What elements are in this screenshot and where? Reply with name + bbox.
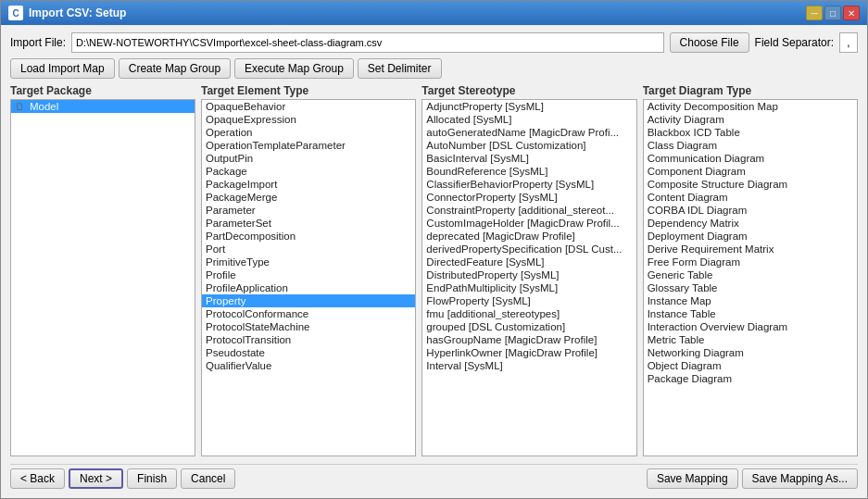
toolbar-row: Load Import Map Create Map Group Execute… — [10, 58, 858, 79]
list-item[interactable]: DistributedProperty [SysML] — [422, 268, 635, 281]
import-file-label: Import File: — [10, 36, 66, 49]
target-package-list[interactable]: 🗋Model — [10, 99, 195, 456]
next-button[interactable]: Next > — [69, 468, 123, 489]
list-item[interactable]: deprecated [MagicDraw Profile] — [422, 230, 635, 243]
list-item[interactable]: Parameter — [202, 204, 415, 217]
close-button[interactable]: ✕ — [843, 6, 860, 20]
list-item[interactable]: Activity Decomposition Map — [644, 100, 857, 113]
target-element-panel: Target Element Type OpaqueBehaviorOpaque… — [201, 84, 416, 456]
list-item[interactable]: Free Form Diagram — [644, 256, 857, 268]
list-item[interactable]: Activity Diagram — [644, 113, 857, 126]
bottom-row: < Back Next > Finish Cancel Save Mapping… — [10, 464, 858, 491]
list-item[interactable]: FlowProperty [SysML] — [422, 294, 635, 307]
list-item[interactable]: Object Diagram — [644, 359, 857, 372]
target-stereotype-header: Target Stereotype — [421, 84, 636, 97]
list-item[interactable]: Communication Diagram — [644, 152, 857, 165]
import-file-row: Import File: Choose File Field Separator… — [10, 32, 858, 53]
finish-button[interactable]: Finish — [127, 468, 177, 489]
list-item[interactable]: Interval [SysML] — [422, 359, 635, 372]
list-item[interactable]: hasGroupName [MagicDraw Profile] — [422, 333, 635, 346]
window-title: Import CSV: Setup — [29, 6, 126, 19]
list-item[interactable]: ConnectorProperty [SysML] — [422, 191, 635, 204]
target-element-header: Target Element Type — [201, 84, 416, 97]
list-item[interactable]: AdjunctProperty [SysML] — [422, 100, 635, 113]
list-item[interactable]: Allocated [SysML] — [422, 113, 635, 126]
list-item[interactable]: Pseudostate — [202, 346, 415, 359]
list-item[interactable]: OperationTemplateParameter — [202, 139, 415, 152]
list-item[interactable]: PackageMerge — [202, 191, 415, 204]
main-window: C Import CSV: Setup ─ □ ✕ Import File: C… — [0, 0, 868, 499]
list-item[interactable]: EndPathMultiplicity [SysML] — [422, 281, 635, 294]
page-icon: 🗋 — [15, 101, 28, 112]
list-item[interactable]: AutoNumber [DSL Customization] — [422, 139, 635, 152]
back-button[interactable]: < Back — [10, 468, 65, 489]
list-item[interactable]: Derive Requirement Matrix — [644, 243, 857, 256]
list-item[interactable]: Blackbox ICD Table — [644, 126, 857, 139]
list-item[interactable]: Networking Diagram — [644, 346, 857, 359]
list-item[interactable]: Profile — [202, 268, 415, 281]
list-item[interactable]: Deployment Diagram — [644, 230, 857, 243]
list-item[interactable]: PackageImport — [202, 178, 415, 191]
target-stereotype-list[interactable]: AdjunctProperty [SysML]Allocated [SysML]… — [421, 99, 636, 456]
list-item[interactable]: Instance Map — [644, 294, 857, 307]
choose-file-button[interactable]: Choose File — [670, 32, 749, 53]
list-item[interactable]: Package — [202, 165, 415, 178]
list-item[interactable]: ConstraintProperty [additional_stereot..… — [422, 204, 635, 217]
target-package-panel: Target Package 🗋Model — [10, 84, 195, 456]
list-item[interactable]: ClassifierBehaviorProperty [SysML] — [422, 178, 635, 191]
target-diagram-list[interactable]: Activity Decomposition MapActivity Diagr… — [643, 99, 858, 456]
list-item[interactable]: Component Diagram — [644, 165, 857, 178]
list-item[interactable]: Instance Table — [644, 307, 857, 320]
list-item[interactable]: ProtocolStateMachine — [202, 320, 415, 333]
list-item[interactable]: Package Diagram — [644, 372, 857, 385]
create-map-group-button[interactable]: Create Map Group — [119, 58, 231, 79]
execute-map-group-button[interactable]: Execute Map Group — [234, 58, 354, 79]
list-item[interactable]: ParameterSet — [202, 217, 415, 230]
list-item[interactable]: ProfileApplication — [202, 281, 415, 294]
target-diagram-panel: Target Diagram Type Activity Decompositi… — [643, 84, 858, 456]
field-separator-label: Field Separator: — [755, 36, 834, 49]
list-item[interactable]: Class Diagram — [644, 139, 857, 152]
list-item[interactable]: Dependency Matrix — [644, 217, 857, 230]
list-item[interactable]: 🗋Model — [11, 100, 195, 113]
list-item[interactable]: OpaqueBehavior — [202, 100, 415, 113]
cancel-button[interactable]: Cancel — [181, 468, 235, 489]
save-mapping-button[interactable]: Save Mapping — [647, 468, 738, 489]
list-item[interactable]: ProtocolConformance — [202, 307, 415, 320]
list-item[interactable]: OutputPin — [202, 152, 415, 165]
maximize-button[interactable]: □ — [824, 6, 841, 20]
list-item[interactable]: Generic Table — [644, 268, 857, 281]
target-package-header: Target Package — [10, 84, 195, 97]
list-item[interactable]: Property — [202, 294, 415, 307]
list-item[interactable]: Metric Table — [644, 333, 857, 346]
set-delimiter-button[interactable]: Set Delimiter — [358, 58, 442, 79]
list-item[interactable]: PrimitiveType — [202, 256, 415, 268]
list-item[interactable]: fmu [additional_stereotypes] — [422, 307, 635, 320]
list-item[interactable]: HyperlinkOwner [MagicDraw Profile] — [422, 346, 635, 359]
list-item[interactable]: CustomImageHolder [MagicDraw Profil... — [422, 217, 635, 230]
list-item[interactable]: BoundReference [SysML] — [422, 165, 635, 178]
import-file-input[interactable] — [71, 32, 664, 53]
list-item[interactable]: derivedPropertySpecification [DSL Cust..… — [422, 243, 635, 256]
list-item[interactable]: Interaction Overview Diagram — [644, 320, 857, 333]
list-item[interactable]: Content Diagram — [644, 191, 857, 204]
list-item[interactable]: Operation — [202, 126, 415, 139]
list-item[interactable]: ProtocolTransition — [202, 333, 415, 346]
list-item[interactable]: autoGeneratedName [MagicDraw Profi... — [422, 126, 635, 139]
field-separator-input[interactable] — [839, 32, 858, 53]
load-import-map-button[interactable]: Load Import Map — [10, 58, 115, 79]
list-item[interactable]: QualifierValue — [202, 359, 415, 372]
minimize-button[interactable]: ─ — [806, 6, 823, 20]
list-item[interactable]: CORBA IDL Diagram — [644, 204, 857, 217]
list-item[interactable]: PartDecomposition — [202, 230, 415, 243]
list-item[interactable]: DirectedFeature [SysML] — [422, 256, 635, 268]
target-element-list[interactable]: OpaqueBehaviorOpaqueExpressionOperationO… — [201, 99, 416, 456]
list-item[interactable]: Port — [202, 243, 415, 256]
list-item[interactable]: Glossary Table — [644, 281, 857, 294]
lists-row: Target Package 🗋Model Target Element Typ… — [10, 84, 858, 456]
save-mapping-as-button[interactable]: Save Mapping As... — [742, 468, 858, 489]
list-item[interactable]: grouped [DSL Customization] — [422, 320, 635, 333]
list-item[interactable]: BasicInterval [SysML] — [422, 152, 635, 165]
list-item[interactable]: OpaqueExpression — [202, 113, 415, 126]
list-item[interactable]: Composite Structure Diagram — [644, 178, 857, 191]
